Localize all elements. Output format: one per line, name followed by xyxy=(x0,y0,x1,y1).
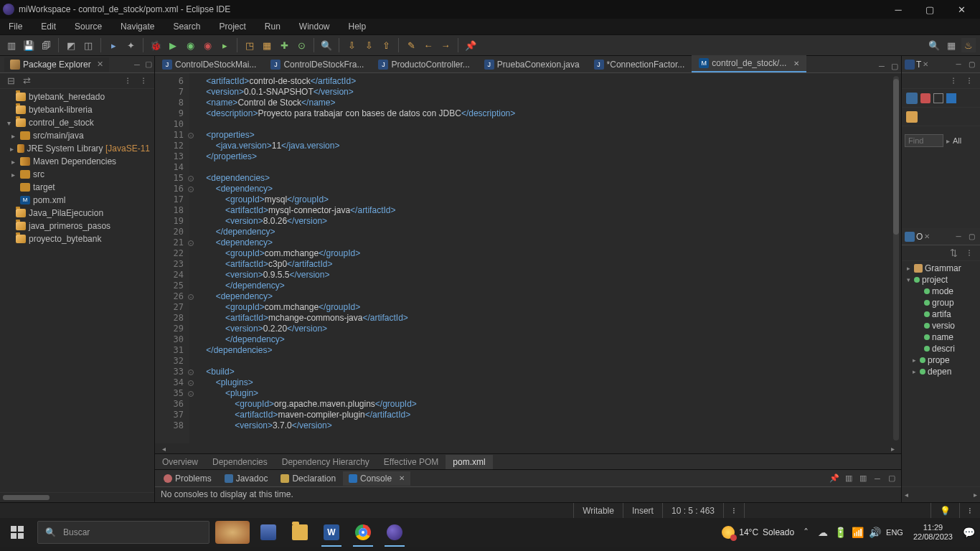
task-toolbar-icon[interactable]: ⁝ xyxy=(947,75,960,88)
outline-node[interactable]: Grammar xyxy=(925,263,961,273)
tree-node[interactable]: src/main/java xyxy=(33,131,84,141)
quick-access-search-icon[interactable]: 🔍 xyxy=(927,38,941,52)
outline-node[interactable]: name xyxy=(932,332,953,342)
outline-node[interactable]: descri xyxy=(932,344,955,354)
tray-overflow-icon[interactable]: ˄ xyxy=(800,527,811,538)
weather-widget[interactable]: 14°C Soleado xyxy=(722,526,794,539)
menu-edit[interactable]: Edit xyxy=(38,20,59,33)
editor-tab[interactable]: *ConnectionFactor... xyxy=(587,57,692,72)
code-editor[interactable]: 67891011-12131415-16-1718192021-22232425… xyxy=(155,73,901,443)
outline-node[interactable]: group xyxy=(932,298,954,308)
news-widget[interactable] xyxy=(215,521,250,544)
task-list-tab[interactable]: T xyxy=(916,60,921,70)
editor-minimize-icon[interactable]: ─ xyxy=(875,60,888,72)
menu-project[interactable]: Project xyxy=(216,20,248,33)
editor-tab[interactable]: ControlDeStockFra... xyxy=(263,57,371,72)
debug-button[interactable]: 🐞 xyxy=(149,38,163,52)
next-annotation-icon[interactable]: ⇩ xyxy=(362,38,376,52)
notifications-icon[interactable]: 💬 xyxy=(963,527,974,538)
scroll-left-icon[interactable]: ◂ xyxy=(905,491,908,499)
chrome-app-button[interactable] xyxy=(347,518,379,547)
display-console-icon[interactable]: ▥ xyxy=(842,472,855,485)
word-app-button[interactable] xyxy=(316,518,347,547)
task-checkbox-icon[interactable] xyxy=(933,93,943,103)
problems-tab[interactable]: Problems xyxy=(158,471,217,486)
view-minimize-icon[interactable]: ─ xyxy=(953,231,964,242)
new-java-project-icon[interactable]: ◳ xyxy=(242,38,257,52)
new-class-icon[interactable]: ✚ xyxy=(277,38,291,52)
run-button[interactable]: ▶ xyxy=(166,38,180,52)
save-all-button[interactable]: 🗐 xyxy=(39,38,53,52)
new-package-icon[interactable]: ▦ xyxy=(260,38,274,52)
project-node[interactable]: Java_PilaEjecucion xyxy=(29,208,103,218)
package-explorer-tab[interactable]: Package Explorer ✕ xyxy=(4,57,109,72)
tree-node[interactable]: pom.xml xyxy=(33,195,65,205)
outline-node[interactable]: depen xyxy=(928,367,951,377)
language-indicator[interactable]: ENG xyxy=(886,528,903,537)
project-node[interactable]: java_primeros_pasos xyxy=(29,221,110,231)
open-console-icon[interactable]: ▥ xyxy=(857,472,870,485)
scroll-right-icon[interactable]: ▸ xyxy=(888,445,897,453)
prev-annotation-icon[interactable]: ⇧ xyxy=(379,38,393,52)
window-close-button[interactable]: ✕ xyxy=(946,0,977,19)
outline-node[interactable]: versio xyxy=(932,321,955,331)
window-maximize-button[interactable]: ▢ xyxy=(914,0,946,19)
project-node[interactable]: bytebank_heredado xyxy=(29,92,105,102)
search-button[interactable]: 🔍 xyxy=(319,38,334,52)
toggle-breadcrumb-icon[interactable]: ◩ xyxy=(64,38,78,52)
menu-navigate[interactable]: Navigate xyxy=(118,20,157,33)
pin-console-icon[interactable]: 📌 xyxy=(828,472,841,485)
eclipse-app-button[interactable] xyxy=(379,518,410,547)
view-minimize-icon[interactable]: ─ xyxy=(953,59,964,70)
view-minimize-icon[interactable]: ─ xyxy=(871,472,884,485)
new-wizard-icon[interactable]: ✦ xyxy=(123,38,138,52)
project-node[interactable]: bytebank-libreria xyxy=(29,105,93,115)
view-maximize-icon[interactable]: ▢ xyxy=(966,231,977,242)
last-edit-icon[interactable]: ✎ xyxy=(404,38,418,52)
find-all-label[interactable]: All xyxy=(953,136,961,145)
skip-all-breakpoints-icon[interactable]: ▸ xyxy=(106,38,121,52)
editor-tab[interactable]: PruebaConexion.java xyxy=(477,57,587,72)
task-view-button[interactable] xyxy=(253,518,284,547)
external-tools-button[interactable]: ▸ xyxy=(217,38,232,52)
file-explorer-button[interactable] xyxy=(284,518,316,547)
code-area[interactable]: <artifactId>control-de-stock</artifactId… xyxy=(189,73,891,443)
outline-node[interactable]: artifa xyxy=(932,309,951,319)
project-tree[interactable]: bytebank_heredado bytebank-libreria ▾con… xyxy=(0,89,154,492)
collapse-all-icon[interactable]: ⊟ xyxy=(4,75,17,88)
coverage-button[interactable]: ◉ xyxy=(183,38,197,52)
view-menu-icon[interactable]: ⁝ xyxy=(963,247,976,260)
horizontal-scrollbar[interactable] xyxy=(0,492,154,502)
volume-icon[interactable]: 🔊 xyxy=(869,527,880,538)
close-icon[interactable]: ✕ xyxy=(399,474,405,482)
pom-tab-dependencies[interactable]: Dependencies xyxy=(205,455,275,469)
sort-icon[interactable]: ⇅ xyxy=(947,247,960,260)
outline-tree[interactable]: ▸Grammar ▾project mode group artifa vers… xyxy=(902,261,980,486)
pom-tab-effective[interactable]: Effective POM xyxy=(377,455,446,469)
save-button[interactable]: 💾 xyxy=(22,38,36,52)
tip-of-day-icon[interactable]: 💡 xyxy=(930,503,959,518)
vertical-scrollbar[interactable] xyxy=(891,73,901,443)
menu-window[interactable]: Window xyxy=(296,20,333,33)
outline-node[interactable]: prope xyxy=(928,355,950,365)
taskbar-search[interactable]: 🔍 Buscar xyxy=(37,521,209,544)
open-perspective-icon[interactable]: ▦ xyxy=(944,38,958,52)
link-with-editor-icon[interactable]: ⇄ xyxy=(20,75,33,88)
menu-run[interactable]: Run xyxy=(262,20,283,33)
tree-node[interactable]: Maven Dependencies xyxy=(33,156,116,166)
editor-maximize-icon[interactable]: ▢ xyxy=(888,60,901,72)
run-last-button[interactable]: ◉ xyxy=(200,38,215,52)
onedrive-icon[interactable]: ☁ xyxy=(817,527,829,538)
battery-icon[interactable]: 🔋 xyxy=(834,527,846,538)
view-menu-icon[interactable]: ⁝ xyxy=(137,75,150,88)
close-icon[interactable]: ✕ xyxy=(923,60,928,68)
taskbar-clock[interactable]: 11:29 22/08/2023 xyxy=(909,523,957,542)
open-type-icon[interactable]: ⊙ xyxy=(294,38,308,52)
toggle-mark-icon[interactable]: ⇩ xyxy=(344,38,359,52)
project-node[interactable]: control_de_stock xyxy=(29,118,94,128)
find-input[interactable] xyxy=(905,134,943,147)
view-maximize-icon[interactable]: ▢ xyxy=(885,472,898,485)
start-button[interactable] xyxy=(0,518,34,547)
menu-search[interactable]: Search xyxy=(170,20,203,33)
javadoc-tab[interactable]: Javadoc xyxy=(219,471,274,486)
